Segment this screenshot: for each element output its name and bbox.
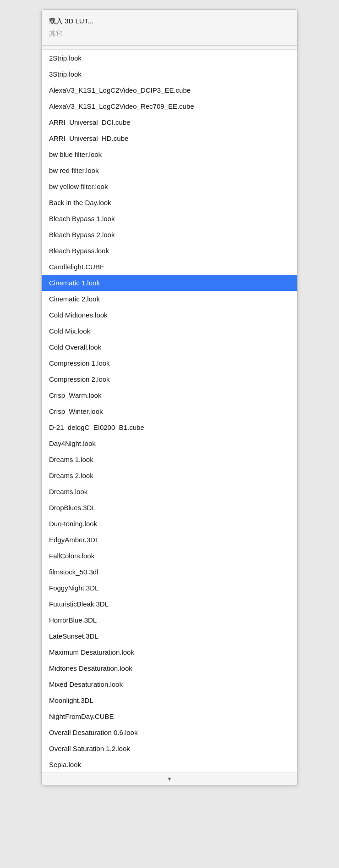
list-item-alexav3-logc2video-rec709[interactable]: AlexaV3_K1S1_LogC2Video_Rec709_EE.cube <box>42 98 297 114</box>
list-item-horroblue[interactable]: HorrorBlue.3DL <box>42 612 297 628</box>
list-item-day4night[interactable]: Day4Night.look <box>42 435 297 451</box>
list-item-cinematic-2[interactable]: Cinematic 2.look <box>42 291 297 307</box>
list-item-compression-2[interactable]: Compression 2.look <box>42 371 297 387</box>
lut-list[interactable]: 2Strip.look3Strip.lookAlexaV3_K1S1_LogC2… <box>42 50 297 773</box>
list-item-max-desaturation[interactable]: Maximum Desaturation.look <box>42 644 297 660</box>
list-item-2strip[interactable]: 2Strip.look <box>42 50 297 66</box>
list-item-3strip[interactable]: 3Strip.look <box>42 66 297 82</box>
list-item-overall-desaturation-06[interactable]: Overall Desaturation 0.6.look <box>42 724 297 740</box>
list-item-dreams[interactable]: Dreams.look <box>42 484 297 500</box>
list-item-moonlight[interactable]: Moonlight.3DL <box>42 692 297 708</box>
list-item-duo-toning[interactable]: Duo-toning.look <box>42 516 297 532</box>
list-item-cold-mix[interactable]: Cold Mix.look <box>42 323 297 339</box>
list-item-arri-universal-dci[interactable]: ARRI_Universal_DCI.cube <box>42 114 297 130</box>
list-item-dreams-1[interactable]: Dreams 1.look <box>42 451 297 467</box>
list-item-midtones-desaturation[interactable]: Midtones Desaturation.look <box>42 660 297 676</box>
scroll-down-arrow[interactable]: ▼ <box>42 773 297 785</box>
other-option[interactable]: 其它 <box>49 28 290 40</box>
list-item-dreams-2[interactable]: Dreams 2.look <box>42 467 297 484</box>
list-item-filmstock-50[interactable]: filmstock_50.3dl <box>42 564 297 580</box>
list-item-cinematic-1[interactable]: Cinematic 1.look <box>42 275 297 291</box>
list-item-futuristicbleak[interactable]: FuturisticBleak.3DL <box>42 596 297 612</box>
list-item-fallcolors[interactable]: FallColors.look <box>42 548 297 564</box>
list-item-crisp-winter[interactable]: Crisp_Winter.look <box>42 403 297 419</box>
list-item-overall-saturation-12[interactable]: Overall Saturation 1.2.look <box>42 740 297 757</box>
list-item-bw-yellow-filter[interactable]: bw yellow filter.look <box>42 178 297 195</box>
list-item-cold-overall[interactable]: Cold Overall.look <box>42 339 297 355</box>
list-item-dropblues[interactable]: DropBlues.3DL <box>42 500 297 516</box>
list-item-latesunset[interactable]: LateSunset.3DL <box>42 628 297 644</box>
list-item-cold-midtones[interactable]: Cold Midtones.look <box>42 307 297 323</box>
lut-panel: 载入 3D LUT... 其它 2Strip.look3Strip.lookAl… <box>41 9 298 785</box>
list-item-bw-blue-filter[interactable]: bw blue filter.look <box>42 146 297 162</box>
load-lut-button[interactable]: 载入 3D LUT... <box>49 15 290 28</box>
list-item-candlelight[interactable]: Candlelight.CUBE <box>42 259 297 275</box>
list-item-sepia[interactable]: Sepia.look <box>42 757 297 773</box>
list-item-bleach-bypass-1[interactable]: Bleach Bypass 1.look <box>42 211 297 227</box>
list-item-arri-universal-hd[interactable]: ARRI_Universal_HD.cube <box>42 130 297 146</box>
list-item-d21-delogc[interactable]: D-21_delogC_EI0200_B1.cube <box>42 419 297 435</box>
list-item-alexav3-logc2video-dcip3[interactable]: AlexaV3_K1S1_LogC2Video_DCIP3_EE.cube <box>42 82 297 98</box>
list-item-edgyamber[interactable]: EdgyAmber.3DL <box>42 532 297 548</box>
panel-header: 载入 3D LUT... 其它 <box>42 10 297 42</box>
list-item-bleach-bypass-2[interactable]: Bleach Bypass 2.look <box>42 227 297 243</box>
list-item-bleach-bypass[interactable]: Bleach Bypass.look <box>42 243 297 259</box>
list-item-foggynight[interactable]: FoggyNight.3DL <box>42 580 297 596</box>
list-item-crisp-warm[interactable]: Crisp_Warm.look <box>42 387 297 403</box>
list-item-compression-1[interactable]: Compression 1.look <box>42 355 297 371</box>
list-item-nightfromday[interactable]: NightFromDay.CUBE <box>42 708 297 724</box>
list-item-back-in-the-day[interactable]: Back in the Day.look <box>42 195 297 211</box>
header-divider <box>42 45 297 46</box>
list-item-mixed-desaturation[interactable]: Mixed Desaturation.look <box>42 676 297 692</box>
list-item-bw-red-filter[interactable]: bw red filter.look <box>42 162 297 178</box>
